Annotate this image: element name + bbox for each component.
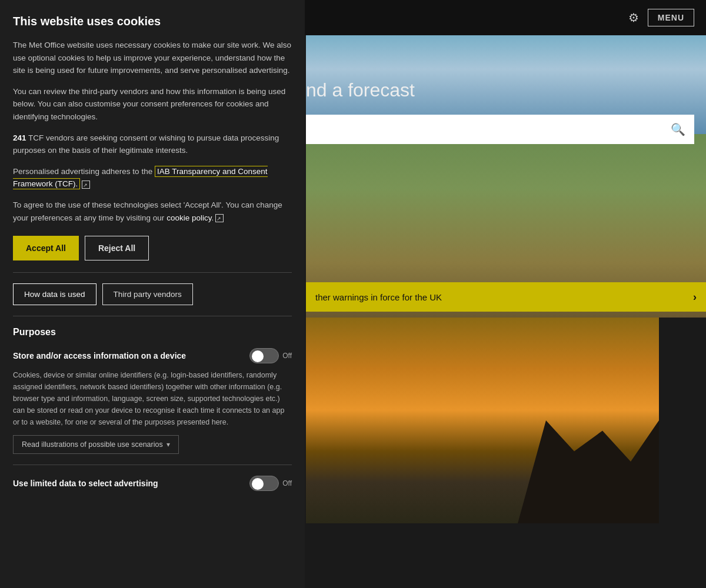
purpose-label-limited-data: Use limited data to select advertising (13, 479, 249, 488)
cookie-description-5: To agree to the use of these technologie… (13, 199, 292, 224)
divider-2 (13, 316, 292, 316)
external-link-icon (82, 181, 90, 189)
sunset-image (306, 318, 659, 523)
cookie-tabs: How data is used Third party vendors (13, 283, 292, 305)
cookie-panel-title: This website uses cookies (13, 15, 292, 28)
dark-bottom-area (306, 523, 706, 588)
chevron-down-icon: ▾ (166, 440, 170, 449)
divider-1 (13, 272, 292, 273)
tcf-vendors-text: 241 TCF vendors are seeking consent or w… (13, 132, 292, 157)
tcf-text: TCF vendors are seeking consent or wishi… (13, 133, 279, 155)
scenarios-label: Read illustrations of possible use scena… (22, 440, 163, 449)
purpose-item-limited-data: Use limited data to select advertising O… (13, 476, 292, 491)
cookie-description-2: You can review the third-party vendors a… (13, 85, 292, 123)
toggle-store-access[interactable] (249, 348, 279, 363)
forecast-title: nd a forecast (306, 79, 415, 101)
menu-button[interactable]: MENU (648, 9, 694, 26)
divider-3 (13, 465, 292, 465)
search-bar[interactable]: 🔍 (306, 115, 694, 144)
cookie-policy-external-icon (215, 214, 224, 222)
toggle-thumb (252, 350, 264, 362)
tab-how-data-is-used[interactable]: How data is used (13, 283, 96, 305)
purpose-item-store-access: Store and/or access information on a dev… (13, 348, 292, 454)
toggle-limited-data[interactable] (249, 476, 279, 491)
toggle-wrap-store-access: Off (249, 348, 292, 363)
purposes-heading: Purposes (13, 327, 292, 338)
settings-icon[interactable]: ⚙ (628, 11, 639, 25)
sunset-image-area (306, 318, 659, 523)
scenarios-button[interactable]: Read illustrations of possible use scena… (13, 435, 179, 454)
search-icon: 🔍 (671, 122, 685, 136)
cookie-description-4: Personalised advertising adheres to the … (13, 165, 292, 191)
warning-bar[interactable]: ther warnings in force for the UK › (306, 282, 706, 312)
warning-arrow-icon: › (693, 291, 697, 303)
toggle-track-2 (249, 476, 279, 491)
consent-buttons: Accept All Reject All (13, 236, 292, 260)
toggle-track (249, 348, 279, 363)
sunset-trees (518, 420, 659, 523)
toggle-wrap-limited-data: Off (249, 476, 292, 491)
description4-prefix: Personalised advertising adheres to the (13, 167, 155, 176)
warning-text: ther warnings in force for the UK (315, 292, 442, 302)
toggle-state-store-access: Off (282, 352, 292, 360)
toggle-state-limited-data: Off (282, 479, 292, 487)
purpose-label-store-access: Store and/or access information on a dev… (13, 351, 249, 360)
cookie-consent-panel: This website uses cookies The Met Office… (0, 0, 305, 588)
accept-all-button[interactable]: Accept All (13, 236, 79, 260)
reject-all-button[interactable]: Reject All (85, 236, 149, 260)
cookie-description-1: The Met Office website uses necessary co… (13, 39, 292, 77)
hero-area (306, 35, 706, 318)
purpose-desc-store-access: Cookies, device or similar online identi… (13, 369, 292, 428)
purpose-row-1: Store and/or access information on a dev… (13, 348, 292, 363)
cookie-policy-link[interactable]: cookie policy (166, 213, 211, 222)
purpose-row-2: Use limited data to select advertising O… (13, 476, 292, 491)
hero-image (306, 35, 706, 318)
tab-third-party-vendors[interactable]: Third party vendors (102, 283, 193, 305)
toggle-thumb-2 (252, 478, 264, 490)
tcf-count: 241 (13, 133, 26, 142)
